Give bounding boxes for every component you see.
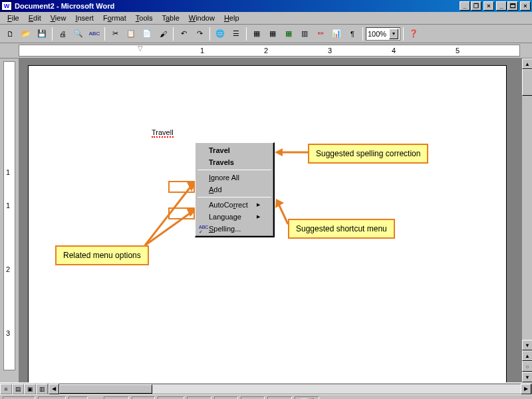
vruler-mark: 1 <box>6 201 10 209</box>
spelling-item[interactable]: ABC✓Spelling... <box>197 223 272 235</box>
status-trk[interactable]: TRK <box>214 396 238 400</box>
columns-button[interactable]: ▥ <box>297 27 312 41</box>
document-viewport[interactable]: Travell Travel Travels Ignore All Add Au… <box>19 59 532 382</box>
insert-table-button[interactable]: ▦ <box>265 27 280 41</box>
restore-button-outer[interactable]: ❐ <box>471 1 481 11</box>
menubar: File Edit View Insert Format Tools Table… <box>0 12 532 25</box>
h-scroll-thumb[interactable] <box>59 384 152 394</box>
scroll-thumb[interactable] <box>522 69 532 96</box>
maximize-button-inner[interactable]: 🗖 <box>507 1 518 11</box>
scroll-up-button[interactable]: ▲ <box>522 59 532 69</box>
master-view-button[interactable]: ▥ <box>36 384 48 394</box>
next-page-button[interactable]: ▼ <box>522 372 532 382</box>
status-section: Sec 1 <box>38 396 66 400</box>
vertical-scrollbar[interactable]: ▲ ▼ ▲ ○ ▼ <box>521 59 532 382</box>
excel-button[interactable]: ▦ <box>281 27 296 41</box>
app-icon: W <box>1 1 12 11</box>
language-item[interactable]: Language▶ <box>197 211 272 223</box>
scroll-down-button[interactable]: ▼ <box>522 340 532 350</box>
close-button-outer[interactable]: × <box>483 1 494 11</box>
statusbar: Page 1 Sec 1 1/1 At 1" Ln 1 Col 1 REC TR… <box>0 394 532 399</box>
suggestion-travel[interactable]: Travel <box>197 144 272 156</box>
status-rec[interactable]: REC <box>187 396 211 400</box>
status-ovr[interactable]: OVR <box>267 396 293 400</box>
cut-button[interactable]: ✂ <box>108 27 122 41</box>
vertical-ruler[interactable]: 1 1 2 3 <box>3 61 15 370</box>
minimize-button-inner[interactable]: _ <box>496 1 507 11</box>
scroll-right-button[interactable]: ▶ <box>521 384 531 394</box>
window-controls: _ ❐ × _ 🗖 × <box>460 1 531 11</box>
zoom-combo[interactable]: 100% ▼ <box>366 27 400 41</box>
help-button[interactable]: ❓ <box>406 27 421 41</box>
ignore-all-item[interactable]: Ignore All <box>197 172 272 184</box>
ruler-mark: 1 <box>200 47 204 55</box>
normal-view-button[interactable]: ≡ <box>0 384 12 394</box>
horizontal-ruler[interactable]: 1 2 3 4 5 ▽ <box>19 45 520 57</box>
window-title: Document2 - Microsoft Word <box>15 2 460 10</box>
menu-insert[interactable]: Insert <box>70 13 98 23</box>
standard-toolbar: 🗋 📂 💾 🖨 🔍 ABC ✂ 📋 📄 🖌 ↶ ↷ 🌐 ☰ ▦ ▦ ▦ ▥ ✏ … <box>0 25 532 43</box>
misspelled-word[interactable]: Travell <box>152 126 174 138</box>
browse-object-button[interactable]: ○ <box>522 361 532 372</box>
arrow-icon <box>275 148 308 157</box>
page-layout-view-button[interactable]: ▣ <box>24 384 36 394</box>
horizontal-scrollbar[interactable]: ◀ ▶ <box>48 384 532 394</box>
undo-button[interactable]: ↶ <box>176 27 191 41</box>
open-button[interactable]: 📂 <box>19 27 33 41</box>
abc-check-icon: ABC✓ <box>199 225 208 235</box>
print-button[interactable]: 🖨 <box>55 27 70 41</box>
add-item[interactable]: Add <box>197 184 272 196</box>
new-button[interactable]: 🗋 <box>3 27 17 41</box>
drawing-button[interactable]: ✏ <box>313 27 328 41</box>
menu-separator <box>198 197 271 198</box>
divider <box>362 27 363 41</box>
ruler-mark: 5 <box>456 47 460 55</box>
divider <box>52 27 53 41</box>
menu-table[interactable]: Table <box>157 13 184 23</box>
status-spellcheck-icon[interactable]: 📖✗ <box>295 396 319 400</box>
status-ext[interactable]: EXT <box>241 396 264 400</box>
zoom-dropdown-arrow[interactable]: ▼ <box>389 29 398 39</box>
divider <box>209 27 210 41</box>
prev-page-button[interactable]: ▲ <box>522 350 532 361</box>
scroll-left-button[interactable]: ◀ <box>49 384 59 394</box>
paste-button[interactable]: 📄 <box>140 27 154 41</box>
svg-marker-1 <box>275 148 283 156</box>
outline-view-button[interactable]: ▤ <box>12 384 24 394</box>
indent-marker[interactable]: ▽ <box>138 45 143 52</box>
view-bar: ≡ ▤ ▣ ▥ ◀ ▶ <box>0 382 532 394</box>
copy-button[interactable]: 📋 <box>124 27 138 41</box>
divider <box>173 27 174 41</box>
menu-tools[interactable]: Tools <box>131 13 158 23</box>
menu-file[interactable]: File <box>3 13 24 23</box>
menu-help[interactable]: Help <box>219 13 244 23</box>
autocorrect-item[interactable]: AutoCorrect▶ <box>197 199 272 211</box>
menu-view[interactable]: View <box>46 13 71 23</box>
save-button[interactable]: 💾 <box>35 27 49 41</box>
minimize-button-outer[interactable]: _ <box>460 1 470 11</box>
web-toolbar-button[interactable]: ☰ <box>229 27 243 41</box>
tables-button[interactable]: ▦ <box>249 27 264 41</box>
spelling-button[interactable]: ABC <box>87 27 102 41</box>
arrow-icon <box>138 176 198 249</box>
menu-edit[interactable]: Edit <box>24 13 46 23</box>
redo-button[interactable]: ↷ <box>192 27 207 41</box>
menu-format[interactable]: Format <box>98 13 131 23</box>
menu-window[interactable]: Window <box>184 13 219 23</box>
divider <box>104 27 105 41</box>
suggestion-travels[interactable]: Travels <box>197 156 272 168</box>
divider <box>246 27 247 41</box>
page[interactable]: Travell Travel Travels Ignore All Add Au… <box>28 65 507 382</box>
ruler-area: 1 2 3 4 5 ▽ <box>0 43 532 59</box>
show-hide-button[interactable]: ¶ <box>345 27 360 41</box>
hyperlink-button[interactable]: 🌐 <box>213 27 227 41</box>
close-button-inner[interactable]: × <box>520 1 531 11</box>
vruler-mark: 1 <box>6 168 10 176</box>
format-painter-button[interactable]: 🖌 <box>156 27 170 41</box>
divider <box>403 27 404 41</box>
callout-shortcut-menu: Suggested shortcut menu <box>288 219 395 239</box>
print-preview-button[interactable]: 🔍 <box>71 27 86 41</box>
document-map-button[interactable]: 📊 <box>329 27 344 41</box>
svg-line-6 <box>145 212 192 245</box>
ruler-corner <box>0 45 19 57</box>
